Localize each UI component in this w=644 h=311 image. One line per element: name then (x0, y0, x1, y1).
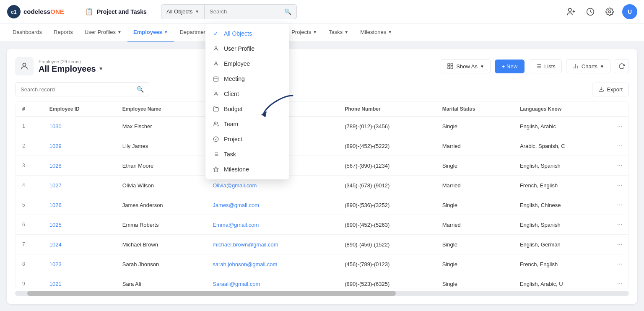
record-search-box: 🔍 (15, 82, 149, 96)
more-actions-cell[interactable]: ··· (611, 195, 628, 215)
employee-id-link[interactable]: 1021 (49, 281, 62, 287)
row-more-button[interactable]: ··· (615, 240, 625, 249)
more-actions-cell[interactable]: ··· (611, 176, 628, 195)
charts-button[interactable]: Charts ▼ (566, 59, 610, 73)
more-actions-cell[interactable]: ··· (611, 117, 628, 136)
content-subtitle: Employee (29 items) (39, 59, 104, 64)
content-title-row[interactable]: All Employees ▼ (39, 64, 104, 74)
export-button[interactable]: Export (592, 83, 629, 96)
more-actions-cell[interactable]: ··· (611, 254, 628, 274)
all-objects-dropdown-trigger[interactable]: All Objects ▼ (161, 4, 205, 19)
row-more-button[interactable]: ··· (615, 259, 625, 269)
employee-id-cell[interactable]: 1025 (43, 215, 116, 235)
dropdown-item-client[interactable]: Client (205, 86, 289, 101)
employee-id-link[interactable]: 1024 (49, 241, 62, 248)
row-more-button[interactable]: ··· (615, 122, 625, 131)
phone-cell: (789)-(012)-(3456) (338, 117, 435, 136)
dropdown-item-project[interactable]: Project (205, 132, 289, 147)
show-as-label: Show As (456, 63, 478, 70)
dropdown-item-budget[interactable]: Budget (205, 101, 289, 117)
svg-rect-9 (451, 64, 453, 66)
table-row: 7 1024 Michael Brown michael.brown@gmail… (16, 235, 628, 254)
svg-point-29 (214, 122, 216, 124)
logo-text: codelessONE (23, 8, 64, 15)
dropdown-item-team[interactable]: Team (205, 117, 289, 132)
lists-button[interactable]: Lists (529, 59, 562, 73)
phone-cell: (890)-(523)-(6325) (338, 274, 435, 289)
employee-id-link[interactable]: 1023 (49, 261, 62, 267)
dropdown-item-milestone[interactable]: Milestone (205, 162, 289, 177)
email-link[interactable]: michael.brown@gmail.com (213, 241, 278, 248)
row-more-button[interactable]: ··· (615, 181, 625, 190)
address-cell[interactable]: Emma@gmail.com (206, 215, 338, 235)
employee-id-cell[interactable]: 1028 (43, 156, 116, 176)
charts-chevron-icon: ▼ (600, 64, 604, 69)
subnav-item-projects[interactable]: Projects ▼ (286, 23, 323, 42)
dropdown-item-meeting[interactable]: Meeting (205, 71, 289, 86)
user-avatar[interactable]: U (622, 4, 637, 19)
new-button[interactable]: + New (495, 60, 525, 73)
address-cell[interactable]: sarah.johnson@gmail.com (206, 254, 338, 274)
table-row: 2 1029 Lily James .com (890)-(452)-(5222… (16, 136, 628, 156)
employee-id-cell[interactable]: 1024 (43, 235, 116, 254)
address-cell[interactable]: Saraali@gmail.com (206, 274, 338, 289)
charts-label: Charts (582, 63, 597, 70)
email-link[interactable]: Olivia@gmail.com (213, 182, 257, 189)
email-link[interactable]: James@gmail.com (213, 202, 259, 208)
svg-point-7 (23, 63, 26, 66)
col-employee-name: Employee Name (116, 102, 206, 117)
employee-id-cell[interactable]: 1030 (43, 117, 116, 136)
row-more-button[interactable]: ··· (615, 220, 625, 229)
email-link[interactable]: Emma@gmail.com (213, 222, 259, 228)
more-actions-cell[interactable]: ··· (611, 215, 628, 235)
subnav-item-milestones[interactable]: Milestones ▼ (354, 23, 398, 42)
employee-id-cell[interactable]: 1021 (43, 274, 116, 289)
employee-id-link[interactable]: 1030 (49, 123, 62, 130)
employee-id-link[interactable]: 1025 (49, 222, 62, 228)
address-cell[interactable]: James@gmail.com (206, 195, 338, 215)
show-as-button[interactable]: Show As ▼ (441, 59, 491, 73)
email-link[interactable]: sarah.johnson@gmail.com (213, 261, 277, 267)
more-actions-cell[interactable]: ··· (611, 156, 628, 176)
email-link[interactable]: Saraali@gmail.com (213, 281, 260, 287)
more-actions-cell[interactable]: ··· (611, 235, 628, 254)
dropdown-item-task[interactable]: Task (205, 147, 289, 162)
col-languages: Languages Know (513, 102, 611, 117)
row-more-button[interactable]: ··· (615, 141, 625, 150)
more-actions-cell[interactable]: ··· (611, 274, 628, 289)
lists-label: Lists (544, 63, 556, 70)
employee-id-link[interactable]: 1029 (49, 143, 62, 149)
subnav-item-user-profiles[interactable]: User Profiles ▼ (79, 23, 127, 42)
employee-id-link[interactable]: 1028 (49, 163, 62, 169)
global-search-input[interactable] (210, 8, 282, 15)
horizontal-scrollbar[interactable] (15, 291, 629, 296)
row-more-button[interactable]: ··· (615, 200, 625, 210)
employee-id-link[interactable]: 1026 (49, 202, 62, 208)
refresh-button[interactable] (615, 59, 629, 73)
svg-point-6 (609, 10, 611, 13)
address-cell[interactable]: michael.brown@gmail.com (206, 235, 338, 254)
subnav-item-reports[interactable]: Reports (48, 23, 79, 42)
settings-icon[interactable] (603, 5, 616, 18)
dropdown-item-all-objects[interactable]: ✓ All Objects (205, 26, 289, 41)
add-user-icon[interactable] (564, 5, 578, 18)
row-more-button[interactable]: ··· (615, 161, 625, 170)
row-more-button[interactable]: ··· (615, 279, 625, 288)
history-icon[interactable] (584, 5, 597, 18)
nav-right-actions: U (564, 4, 637, 19)
subnav-item-tasks[interactable]: Tasks ▼ (323, 23, 354, 42)
employee-id-link[interactable]: 1027 (49, 182, 62, 189)
project-title-area: 📋 Project and Tasks (79, 8, 154, 16)
record-search-input[interactable] (21, 86, 133, 93)
employee-id-cell[interactable]: 1029 (43, 136, 116, 156)
employee-id-cell[interactable]: 1026 (43, 195, 116, 215)
subnav-item-dashboards[interactable]: Dashboards (7, 23, 48, 42)
employee-id-cell[interactable]: 1027 (43, 176, 116, 195)
phone-cell: (567)-(890)-(1234) (338, 156, 435, 176)
search-area: All Objects ▼ 🔍 (161, 4, 297, 19)
employee-id-cell[interactable]: 1023 (43, 254, 116, 274)
more-actions-cell[interactable]: ··· (611, 136, 628, 156)
dropdown-item-user-profile[interactable]: User Profile (205, 41, 289, 56)
dropdown-item-employee[interactable]: Employee (205, 56, 289, 71)
subnav-item-employees[interactable]: Employees ▼ (127, 23, 174, 42)
